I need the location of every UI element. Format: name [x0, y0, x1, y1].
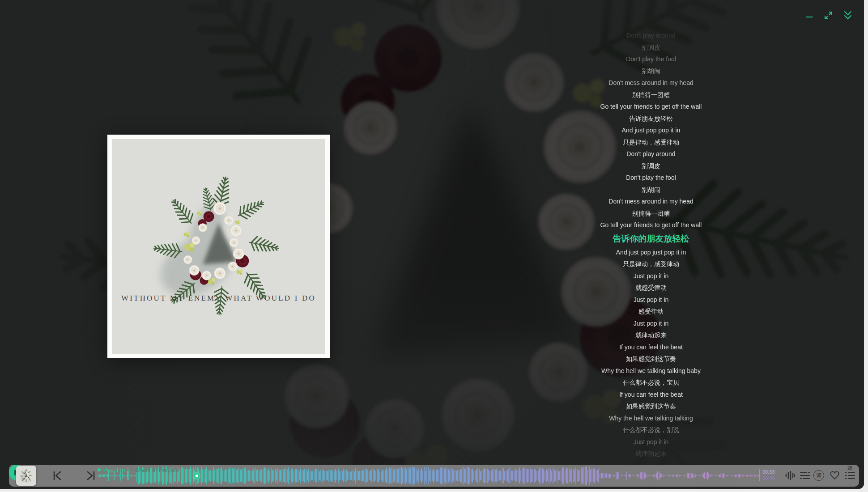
minimize-icon[interactable]: [805, 12, 813, 20]
waveform-seekbar[interactable]: [98, 465, 759, 486]
lyric-line[interactable]: 就律动起来: [517, 329, 785, 341]
player-bar: Pop It In 2 Made In Heights 00:33 03:40: [9, 465, 859, 487]
previous-icon: [53, 471, 62, 480]
lyric-line[interactable]: Just pop it in: [517, 318, 785, 330]
lyric-line[interactable]: 告诉朋友放轻松: [517, 113, 785, 125]
lyric-line[interactable]: 别搞得一团糟: [517, 89, 785, 101]
visualizer-mode-button[interactable]: [785, 471, 795, 480]
album-wreath-image: [112, 139, 325, 354]
elapsed-time: 00:33: [762, 469, 775, 475]
double-chevron-down-icon[interactable]: [843, 11, 852, 20]
lyric-line[interactable]: Why the hell we talking talking baby: [517, 365, 785, 377]
lyric-line[interactable]: 就律动起来: [517, 448, 785, 460]
lyric-line[interactable]: And just pop just pop it in: [517, 246, 785, 259]
album-caption-text: WITHOUT MY ENEMY WHAT WOULD I DO: [112, 294, 325, 303]
pause-bar: [14, 470, 16, 475]
lyric-line[interactable]: Don't mess around in my head: [517, 195, 785, 208]
lyric-line[interactable]: 就感受律动: [517, 282, 785, 294]
playlist-button[interactable]: [845, 471, 855, 479]
now-playing-dot: [98, 468, 101, 471]
lyric-line[interactable]: Don't play the fool: [517, 53, 785, 65]
now-playing-info: Pop It In 2 Made In Heights: [98, 467, 179, 473]
lyric-line[interactable]: 感受律动: [517, 305, 785, 318]
track-thumbnail[interactable]: [16, 466, 36, 486]
expand-icon[interactable]: [824, 11, 833, 20]
lyrics-toggle-button[interactable]: 词: [813, 470, 824, 481]
lyric-line[interactable]: Don't play around: [517, 148, 785, 160]
album-art: WITHOUT MY ENEMY WHAT WOULD I DO: [112, 139, 325, 354]
visualizer-icon: [785, 471, 795, 480]
player-fullscreen-window: WITHOUT MY ENEMY WHAT WOULD I DO Don't p…: [0, 0, 864, 489]
play-order-icon: [800, 471, 810, 479]
lyric-line[interactable]: And just pop pop it in: [517, 124, 785, 136]
track-title: Pop It In 2: [103, 467, 130, 473]
window-controls: [805, 11, 852, 20]
heart-icon: [830, 471, 840, 480]
lyric-line[interactable]: Just pop it in: [517, 294, 785, 306]
playhead-handle[interactable]: [193, 472, 200, 479]
lyric-line[interactable]: Go tell your friends to get off the wall: [517, 101, 785, 113]
lyric-line[interactable]: 别胡闹: [517, 184, 785, 196]
lyric-line[interactable]: Don't play the fool: [517, 172, 785, 184]
lyric-line[interactable]: 什么都不必说，别说: [517, 424, 785, 436]
lyric-line[interactable]: 如果感觉到这节奏: [517, 353, 785, 365]
playlist-icon: [845, 471, 855, 479]
favorite-button[interactable]: [830, 471, 840, 480]
lyric-line[interactable]: Don't play around: [517, 30, 785, 42]
lyric-line[interactable]: Just pop it in: [517, 436, 785, 448]
lyrics-toggle-char: 词: [816, 472, 821, 479]
lyric-line[interactable]: 只是律动，感受律动: [517, 136, 785, 148]
lyrics-panel: Don't play around别调皮Don't play the fool别…: [517, 30, 785, 460]
total-duration: 03:40: [762, 475, 775, 481]
track-thumbnail-art: [16, 466, 36, 486]
next-icon: [86, 471, 95, 480]
lyric-line[interactable]: 如果感觉到这节奏: [517, 400, 785, 412]
playlist-count-badge: 28: [847, 466, 852, 471]
next-track-button[interactable]: [86, 471, 95, 482]
lyric-line[interactable]: If you can feel the beat: [517, 389, 785, 401]
lyric-line-active[interactable]: 告诉你的朋友放轻松: [517, 231, 785, 246]
lyric-line[interactable]: Don't mess around in my head: [517, 77, 785, 89]
lyric-line[interactable]: 别胡闹: [517, 65, 785, 77]
lyric-line[interactable]: Just pop it in: [517, 270, 785, 282]
play-order-button[interactable]: [800, 471, 810, 479]
lyric-line[interactable]: 别搞得一团糟: [517, 208, 785, 220]
lyric-line[interactable]: If you can feel the beat: [517, 341, 785, 353]
album-cover: WITHOUT MY ENEMY WHAT WOULD I DO: [107, 135, 330, 358]
lyric-line[interactable]: 别调皮: [517, 42, 785, 54]
time-display: 00:33 03:40: [759, 469, 775, 481]
playhead-mark: [196, 475, 198, 477]
track-artist: Made In Heights: [136, 467, 179, 473]
previous-track-button[interactable]: [53, 471, 62, 482]
lyric-line[interactable]: 什么都不必说，宝贝: [517, 377, 785, 389]
lyric-line[interactable]: 别调皮: [517, 160, 785, 172]
lyric-line[interactable]: Go tell your friends to get off the wall: [517, 219, 785, 231]
lyric-line[interactable]: 只是律动，感受律动: [517, 258, 785, 270]
lyric-line[interactable]: Why the hell we talking talking: [517, 412, 785, 424]
